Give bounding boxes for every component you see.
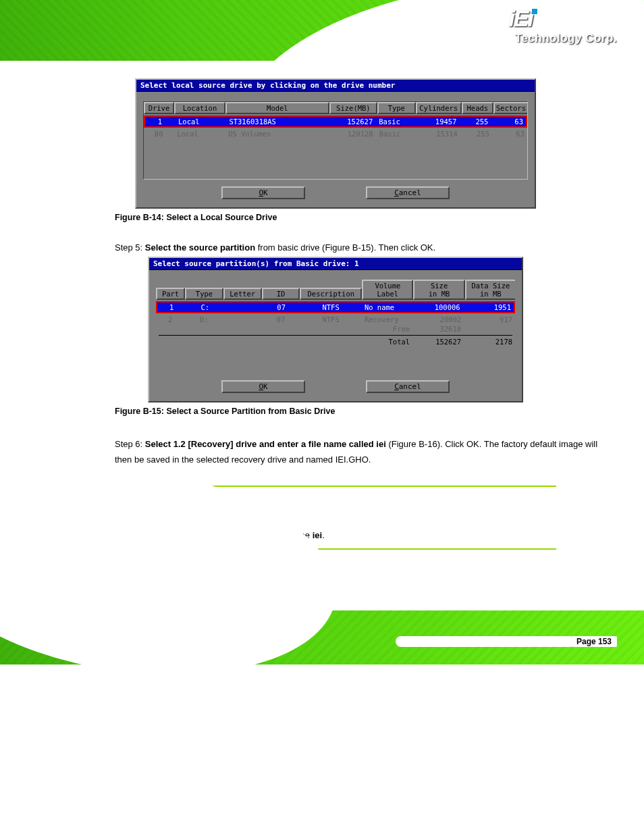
table-header: Drive Location Model Size(MB) Type Cylin… [144,102,527,114]
figure-caption: Figure B-15: Select a Source Partition f… [68,407,603,416]
cancel-button[interactable]: Cancel [366,380,450,393]
dialog-title: Select local source drive by clicking on… [136,80,535,92]
cancel-button[interactable]: Cancel [366,186,450,199]
source-drive-dialog: Select local source drive by clicking on… [135,78,536,209]
source-partition-dialog: Select source partition(s) from Basic dr… [148,257,523,402]
logo: iEi ®Technology Corp. [508,5,617,45]
free-row: Free 32618 [156,324,515,334]
table-row[interactable]: 1 C: 07 NTFS No name 100006 1951 [157,303,514,312]
step-6: Step 6: Select 1.2 [Recovery] drive and … [68,436,603,468]
table-row[interactable]: 80 Local OS Volumes 120128 Basic 15314 2… [144,129,527,138]
table-row[interactable]: 2 D: 07 NTFS Recovery 20002 917 [156,315,515,324]
top-banner: iEi ®Technology Corp. [0,0,644,61]
total-row: Total 152627 2178 [156,337,515,346]
page-number: Page 153 [571,636,617,647]
figure-caption: Figure B-14: Select a Local Source Drive [68,213,603,222]
table-header: Part Type Letter ID Description VolumeLa… [156,280,515,300]
footer: Page 153 [0,590,644,664]
dialog-title: Select source partition(s) from Basic dr… [149,258,522,270]
logo-sub: Technology Corp. [515,32,617,45]
logo-main: iEi [508,5,533,31]
step-5: Step 5: Select the source partition from… [68,242,603,253]
table-row[interactable]: 1 Local ST3160318AS 152627 Basic 19457 2… [145,117,526,126]
ok-button[interactable]: OK [221,186,305,199]
ok-button[interactable]: OK [221,380,305,393]
